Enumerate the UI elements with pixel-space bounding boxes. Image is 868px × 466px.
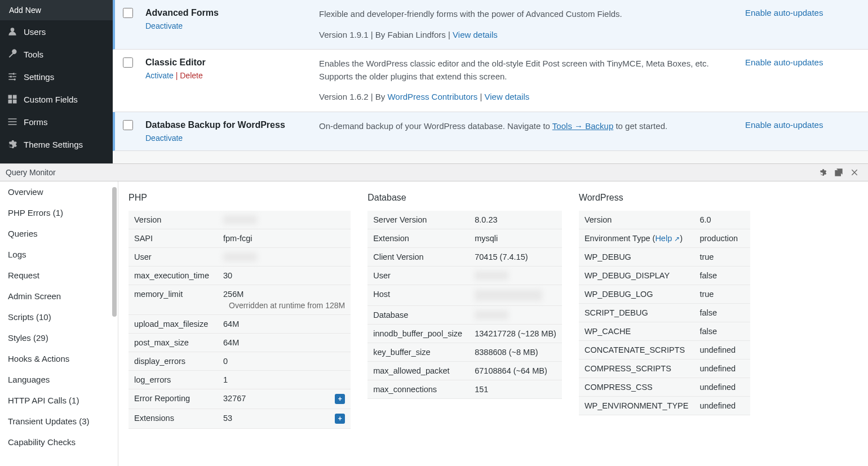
- table-row: Extensions 53+: [129, 409, 351, 429]
- scrollbar-thumb[interactable]: [112, 187, 117, 317]
- plugin-action-deactivate[interactable]: Deactivate: [145, 134, 183, 143]
- gear-icon[interactable]: [815, 165, 831, 180]
- table-row: WP_DEBUG true: [579, 248, 751, 267]
- table-row: User xxxx: [367, 267, 562, 285]
- wp-table: Version 6.0 Environment Type (Help ↗) pr…: [579, 211, 751, 415]
- qm-nav-item[interactable]: Capability Checks: [0, 432, 118, 452]
- query-monitor-header: Query Monitor: [0, 163, 868, 181]
- row-key: WP_DEBUG_DISPLAY: [579, 267, 694, 285]
- row-key: WP_ENVIRONMENT_TYPE: [579, 397, 694, 415]
- row-value: undefined: [694, 378, 750, 397]
- qm-nav-item[interactable]: Hooks & Actions: [0, 348, 118, 369]
- table-row: CONCATENATE_SCRIPTS undefined: [579, 341, 751, 360]
- redacted-value: xxxx: [475, 290, 542, 301]
- plugin-name: Advanced Forms: [145, 8, 309, 18]
- qm-nav-item[interactable]: Queries: [0, 223, 118, 244]
- qm-nav-item[interactable]: Languages: [0, 369, 118, 390]
- plugin-action-delete[interactable]: Delete: [180, 71, 202, 80]
- row-value: 0: [218, 352, 351, 371]
- row-value: false: [694, 267, 750, 285]
- tools-backup-link[interactable]: Tools → Backup: [552, 121, 613, 131]
- qm-nav-item[interactable]: Logs: [0, 244, 118, 265]
- close-icon[interactable]: [847, 165, 862, 180]
- table-row: max_execution_time 30: [129, 267, 351, 285]
- sidebar-item-label: Custom Fields: [24, 95, 78, 104]
- plugin-meta-link[interactable]: View details: [453, 30, 498, 39]
- row-value: xxxx: [469, 285, 562, 306]
- plugin-checkbox[interactable]: [123, 120, 133, 130]
- expand-icon[interactable]: +: [335, 414, 345, 424]
- row-key: Extensions: [129, 409, 218, 429]
- users-icon: [7, 26, 18, 37]
- qm-nav-item[interactable]: Transient Updates (3): [0, 411, 118, 432]
- row-value: 8.0.23: [469, 211, 562, 229]
- plugin-action-deactivate[interactable]: Deactivate: [145, 21, 183, 30]
- enable-auto-updates-link[interactable]: Enable auto-updates: [745, 57, 823, 67]
- table-row: upload_max_filesize 64M: [129, 315, 351, 334]
- sidebar-item-settings[interactable]: Settings: [0, 65, 113, 88]
- qm-nav-item[interactable]: Request: [0, 265, 118, 286]
- qm-nav-item[interactable]: Overview: [0, 181, 118, 202]
- row-value: xxxx: [469, 267, 562, 285]
- qm-nav-item[interactable]: HTTP API Calls (1): [0, 390, 118, 411]
- svg-point-2: [14, 78, 16, 80]
- plugin-checkbox[interactable]: [123, 8, 133, 18]
- row-key: Version: [129, 211, 218, 229]
- row-value: 32767+: [218, 389, 351, 409]
- row-key: key_buffer_size: [367, 343, 469, 362]
- sidebar-item-theme-settings[interactable]: Theme Settings: [0, 133, 113, 156]
- panel-title: PHP: [129, 193, 351, 203]
- sidebar-item-label: Users: [24, 27, 46, 37]
- plugin-meta: Version 1.9.1 | By Fabian Lindfors | Vie…: [319, 29, 735, 42]
- sidebar-item-label: Theme Settings: [24, 140, 83, 149]
- sidebar-item-forms[interactable]: Forms: [0, 110, 113, 133]
- sidebar-item-tools[interactable]: Tools: [0, 43, 113, 65]
- row-value: false: [694, 322, 750, 341]
- plugin-action-activate[interactable]: Activate: [145, 71, 174, 80]
- popout-icon[interactable]: [831, 165, 847, 180]
- qm-nav-item[interactable]: PHP Errors (1): [0, 202, 118, 223]
- row-key: Error Reporting: [129, 389, 218, 409]
- qm-nav-item[interactable]: Scripts (10): [0, 307, 118, 327]
- sidebar-item-label: Forms: [24, 117, 48, 127]
- qm-title: Query Monitor: [6, 168, 56, 177]
- qm-nav-item[interactable]: Admin Screen: [0, 286, 118, 307]
- table-row: Version 6.0: [579, 211, 751, 229]
- plugin-meta-link[interactable]: WordPress Contributors: [387, 92, 477, 101]
- db-table: Server Version 8.0.23 Extension mysqli C…: [367, 211, 562, 399]
- row-key: COMPRESS_CSS: [579, 378, 694, 397]
- row-key: Environment Type (Help ↗): [579, 229, 694, 248]
- plugin-meta-link[interactable]: View details: [484, 92, 529, 101]
- help-link[interactable]: Help ↗: [655, 234, 680, 243]
- table-row: Extension mysqli: [367, 229, 562, 248]
- table-row: key_buffer_size 8388608 (~8 MB): [367, 343, 562, 362]
- row-key: CONCATENATE_SCRIPTS: [579, 341, 694, 360]
- redacted-value: xxxx: [223, 215, 257, 224]
- expand-icon[interactable]: +: [335, 394, 345, 404]
- table-row: WP_ENVIRONMENT_TYPE undefined: [579, 397, 751, 415]
- sliders-icon: [7, 71, 18, 82]
- qm-nav-item[interactable]: Styles (29): [0, 327, 118, 348]
- table-row: SAPI fpm-fcgi: [129, 229, 351, 248]
- table-row: Server Version 8.0.23: [367, 211, 562, 229]
- add-new-button[interactable]: Add New: [0, 0, 113, 20]
- svg-point-1: [10, 76, 12, 77]
- enable-auto-updates-link[interactable]: Enable auto-updates: [745, 120, 823, 130]
- plugin-list: Advanced Forms Deactivate Flexible and d…: [113, 0, 868, 163]
- row-key: User: [367, 267, 469, 285]
- row-value: undefined: [694, 360, 750, 378]
- enable-auto-updates-link[interactable]: Enable auto-updates: [745, 8, 823, 17]
- sidebar-item-users[interactable]: Users: [0, 20, 113, 43]
- row-value: undefined: [694, 341, 750, 360]
- row-key: Server Version: [367, 211, 469, 229]
- sidebar-item-custom-fields[interactable]: Custom Fields: [0, 88, 113, 110]
- row-value: xxxx: [218, 211, 351, 229]
- plugin-checkbox[interactable]: [123, 57, 133, 68]
- panel-title: WordPress: [579, 193, 751, 203]
- row-key: Host: [367, 285, 469, 306]
- row-key: post_max_size: [129, 334, 218, 352]
- row-key: log_errors: [129, 371, 218, 389]
- table-row: post_max_size 64M: [129, 334, 351, 352]
- row-key: WP_DEBUG: [579, 248, 694, 267]
- table-row: innodb_buffer_pool_size 134217728 (~128 …: [367, 325, 562, 343]
